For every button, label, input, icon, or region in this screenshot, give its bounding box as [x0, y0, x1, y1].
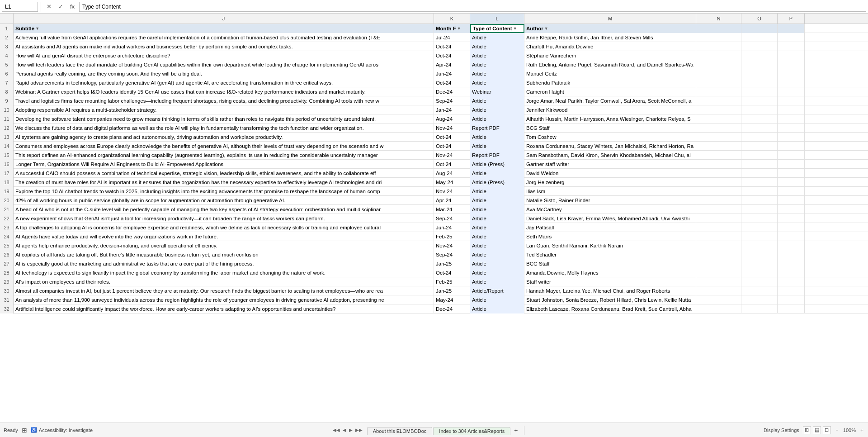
cell-l12[interactable]: Report PDF: [470, 124, 524, 133]
cell-j22[interactable]: A new experiment shows that GenAI isn't …: [14, 214, 434, 223]
cell-m19[interactable]: Ilias Ism: [524, 187, 696, 196]
cell-k9[interactable]: Sep-24: [434, 96, 470, 105]
cell-j13[interactable]: AI systems are gaining agency to create …: [14, 133, 434, 142]
cell-m5[interactable]: Ruth Ebeling, Antoine Puget, Savannah Ri…: [524, 60, 696, 69]
cell-m23[interactable]: Jay Pattisall: [524, 223, 696, 232]
first-sheet-arrow[interactable]: ◀◀: [332, 427, 341, 433]
cell-m12[interactable]: BCG Staff: [524, 124, 696, 133]
cell-j8[interactable]: Webinar: A Gartner expert helps I&O lead…: [14, 87, 434, 96]
cell-m7[interactable]: Subhendu Pattnaik: [524, 78, 696, 87]
cell-m9[interactable]: Jorge Amar, Neal Parikh, Taylor Cornwall…: [524, 96, 696, 105]
cell-k10[interactable]: Jan-24: [434, 105, 470, 114]
cell-l23[interactable]: Article: [470, 223, 524, 232]
cell-l13[interactable]: Article: [470, 133, 524, 142]
next-sheet-arrow[interactable]: ▶: [348, 427, 354, 433]
cell-m30[interactable]: Hannah Mayer, Lareina Yee, Michael Chui,…: [524, 286, 696, 295]
zoom-in-button[interactable]: ＋: [859, 427, 864, 433]
cell-j21[interactable]: A head of AI who is not at the C-suite l…: [14, 205, 434, 214]
cell-m3[interactable]: Charlott Hu, Amanda Downie: [524, 42, 696, 51]
cell-j4[interactable]: How will AI and genAI disrupt the enterp…: [14, 51, 434, 60]
cell-l17[interactable]: Article: [470, 169, 524, 178]
cell-m25[interactable]: Lan Guan, Senthil Ramani, Karthik Narain: [524, 241, 696, 250]
cell-l31[interactable]: Article: [470, 295, 524, 304]
cell-m11[interactable]: Alharith Hussin, Martin Harrysson, Anna …: [524, 114, 696, 124]
cell-j16[interactable]: Longer Term, Organizations Will Require …: [14, 160, 434, 169]
cell-m29[interactable]: Staff writer: [524, 277, 696, 286]
cell-m24[interactable]: Seth Marrs: [524, 232, 696, 241]
cell-k30[interactable]: Jan-25: [434, 286, 470, 295]
cell-j24[interactable]: AI Agents have value today and will evol…: [14, 232, 434, 241]
cell-l27[interactable]: Article: [470, 259, 524, 268]
prev-sheet-arrow[interactable]: ◀: [342, 427, 347, 433]
cell-k20[interactable]: Apr-24: [434, 196, 470, 205]
cell-j25[interactable]: AI agents help enhance productivity, dec…: [14, 241, 434, 250]
cell-l7[interactable]: Article: [470, 78, 524, 87]
confirm-formula-button[interactable]: ✓: [56, 2, 66, 12]
cell-j2[interactable]: Achieving full value from GenAI applicat…: [14, 33, 434, 42]
cell-l8[interactable]: Webinar: [470, 87, 524, 96]
page-break-icon[interactable]: ⊟: [823, 426, 831, 434]
cell-j14[interactable]: Consumers and employees across Europe cl…: [14, 142, 434, 151]
cell-m10[interactable]: Jennifer Kirkwood: [524, 105, 696, 114]
cell-l4[interactable]: Article: [470, 51, 524, 60]
subtitle-filter-arrow[interactable]: ▼: [35, 26, 39, 31]
cell-j30[interactable]: Almost all companies invest in AI, but j…: [14, 286, 434, 295]
cell-l22[interactable]: Article: [470, 214, 524, 223]
cell-j32[interactable]: Artificial intelligence could significan…: [14, 304, 434, 314]
col-header-m[interactable]: M: [524, 14, 696, 24]
cell-k4[interactable]: Oct-24: [434, 51, 470, 60]
cell-l25[interactable]: Article: [470, 241, 524, 250]
cell-m1[interactable]: Author ▼: [524, 24, 696, 33]
normal-view-icon[interactable]: ⊞: [803, 426, 811, 434]
col-header-o[interactable]: O: [741, 14, 778, 24]
cell-m4[interactable]: Stéphane Vanrechem: [524, 51, 696, 60]
cell-m20[interactable]: Natalie Sisto, Rainer Binder: [524, 196, 696, 205]
cell-l18[interactable]: Article (Press): [470, 178, 524, 187]
cell-m26[interactable]: Ted Schadler: [524, 250, 696, 259]
cell-l15[interactable]: Report PDF: [470, 151, 524, 160]
col-header-n[interactable]: N: [696, 14, 741, 24]
cell-l6[interactable]: Article: [470, 69, 524, 78]
cell-m32[interactable]: Elizabeth Lascaze, Roxana Corduneanu, Br…: [524, 304, 696, 314]
cell-reference-box[interactable]: L1: [2, 2, 38, 12]
cell-l19[interactable]: Article: [470, 187, 524, 196]
cell-k12[interactable]: Nov-24: [434, 124, 470, 133]
zoom-out-button[interactable]: －: [835, 427, 840, 433]
cell-j9[interactable]: Travel and logistics firms face mounting…: [14, 96, 434, 105]
cell-l20[interactable]: Article: [470, 196, 524, 205]
cancel-formula-button[interactable]: ✕: [44, 2, 54, 12]
cell-j10[interactable]: Adopting responsible AI requires a multi…: [14, 105, 434, 114]
cell-k28[interactable]: Oct-24: [434, 268, 470, 277]
cell-j18[interactable]: The creation of must-have roles for AI i…: [14, 178, 434, 187]
cell-l5[interactable]: Article: [470, 60, 524, 69]
cell-j11[interactable]: Developing the software talent companies…: [14, 114, 434, 124]
cell-m13[interactable]: Tom Coshow: [524, 133, 696, 142]
cell-m6[interactable]: Manuel Geitz: [524, 69, 696, 78]
cell-m22[interactable]: Daniel Sack, Lisa Krayer, Emma Wiles, Mo…: [524, 214, 696, 223]
cell-j26[interactable]: AI copilots of all kinds are taking off.…: [14, 250, 434, 259]
cell-k5[interactable]: Apr-24: [434, 60, 470, 69]
type-filter-arrow[interactable]: ▼: [513, 26, 517, 31]
cell-j28[interactable]: AI technology is expected to significant…: [14, 268, 434, 277]
formula-input[interactable]: [79, 2, 866, 12]
cell-m18[interactable]: Jorg Heizenberg: [524, 178, 696, 187]
col-header-j[interactable]: J: [14, 14, 434, 24]
cell-k25[interactable]: Nov-24: [434, 241, 470, 250]
display-settings-label[interactable]: Display Settings: [764, 428, 799, 433]
cell-l24[interactable]: Article: [470, 232, 524, 241]
cell-l28[interactable]: Article: [470, 268, 524, 277]
cell-k21[interactable]: Mar-24: [434, 205, 470, 214]
cell-l2[interactable]: Article: [470, 33, 524, 42]
cell-j31[interactable]: An analysis of more than 11,900 surveyed…: [14, 295, 434, 304]
cell-k18[interactable]: May-24: [434, 178, 470, 187]
cell-l14[interactable]: Article: [470, 142, 524, 151]
cell-k14[interactable]: Oct-24: [434, 142, 470, 151]
cell-k24[interactable]: Feb-25: [434, 232, 470, 241]
cell-l3[interactable]: Article: [470, 42, 524, 51]
cell-j12[interactable]: We discuss the future of data and digita…: [14, 124, 434, 133]
cell-m28[interactable]: Amanda Downie, Molly Haynes: [524, 268, 696, 277]
cell-k8[interactable]: Dec-24: [434, 87, 470, 96]
cell-m16[interactable]: Gartner staff writer: [524, 160, 696, 169]
cell-l29[interactable]: Article: [470, 277, 524, 286]
cell-k16[interactable]: Oct-24: [434, 160, 470, 169]
